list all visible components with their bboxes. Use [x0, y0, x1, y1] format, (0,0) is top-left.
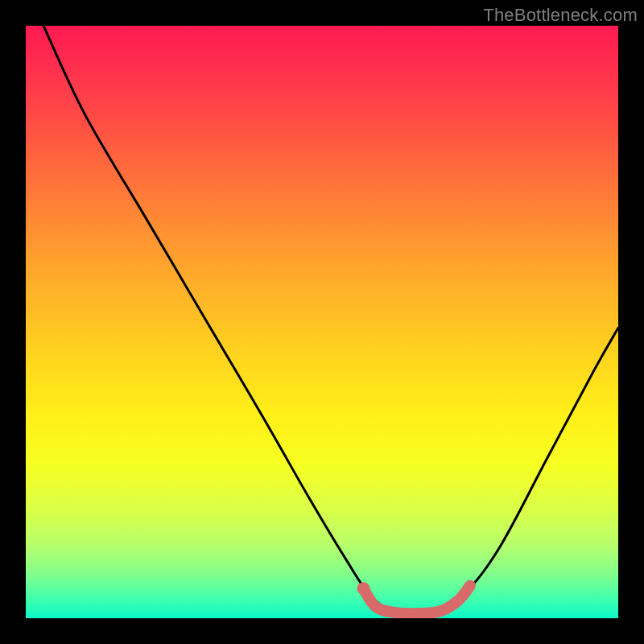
- chart-stage: TheBottleneck.com: [0, 0, 644, 644]
- marker-dot: [357, 582, 370, 595]
- watermark-text: TheBottleneck.com: [483, 5, 638, 26]
- sweet-spot-curve: [364, 586, 470, 614]
- bottleneck-curve: [43, 26, 618, 615]
- plot-area: [26, 26, 618, 618]
- chart-svg: [26, 26, 618, 618]
